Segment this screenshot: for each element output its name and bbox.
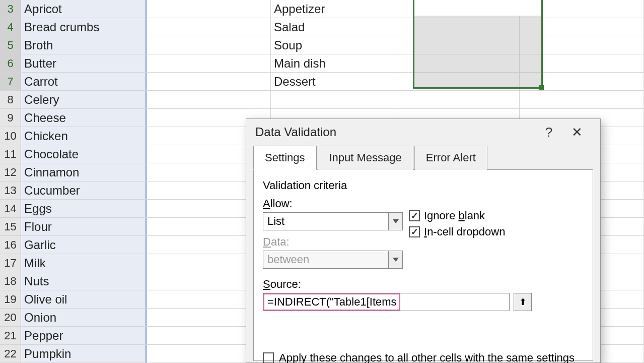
cell[interactable] [147,54,271,72]
row-header[interactable]: 10 [0,127,21,145]
tab-settings[interactable]: Settings [253,146,317,170]
cell[interactable] [395,91,520,108]
row-header[interactable]: 7 [0,73,21,90]
cell[interactable] [395,0,520,18]
cell[interactable] [520,36,644,54]
cell-col-a[interactable]: Milk [21,254,147,272]
tab-error-alert[interactable]: Error Alert [414,146,487,170]
allow-select[interactable]: List [263,212,403,230]
dialog-title: Data Validation [255,125,535,139]
cell-col-c[interactable]: Salad [271,18,395,36]
data-label: Data: [263,235,409,249]
row-header[interactable]: 17 [0,254,21,272]
data-validation-dialog: Data Validation ? ✕ Settings Input Messa… [246,118,601,363]
cell[interactable] [147,73,271,90]
apply-all-checkbox[interactable] [263,352,274,363]
row-header[interactable]: 6 [0,54,21,72]
row-header[interactable]: 18 [0,272,21,290]
table-row[interactable]: 6ButterMain dish [0,54,644,73]
cell[interactable] [147,91,271,108]
cell-col-c[interactable]: Main dish [271,54,395,72]
cell[interactable] [520,18,644,36]
cell[interactable] [395,73,520,90]
ignore-blank-label: Ignore blank [424,209,485,222]
criteria-label: Validation criteria [263,179,584,192]
cell-col-a[interactable]: Chocolate [21,145,147,163]
apply-all-label: Apply these changes to all other cells w… [279,351,575,363]
data-select: between [263,251,403,269]
cell-col-a[interactable]: Chicken [21,127,147,145]
row-header[interactable]: 20 [0,309,21,326]
cell[interactable] [520,0,644,18]
cell[interactable] [147,18,271,36]
cell[interactable] [395,36,520,54]
cell-col-a[interactable]: Broth [21,36,147,54]
row-header[interactable]: 8 [0,91,21,108]
ignore-blank-checkbox[interactable] [409,210,420,221]
cell[interactable] [520,54,644,72]
cell-col-c[interactable] [271,91,395,108]
cell[interactable] [395,18,520,36]
chevron-down-icon [388,251,402,268]
cell-col-a[interactable]: Flour [21,218,147,235]
allow-label: Allow: [263,197,409,210]
cell-col-a[interactable]: Cinnamon [21,163,147,181]
row-header[interactable]: 3 [0,0,21,18]
table-row[interactable]: 5BrothSoup [0,36,644,54]
cell-col-a[interactable]: Celery [21,91,147,108]
cell-col-a[interactable]: Eggs [21,200,147,217]
cell-col-a[interactable]: Butter [21,54,147,72]
row-header[interactable]: 22 [0,345,21,362]
close-button[interactable]: ✕ [563,119,591,145]
cell-col-a[interactable]: Olive oil [21,290,147,308]
chevron-down-icon [388,213,402,230]
settings-panel: Validation criteria Allow: List Data: be… [253,169,593,361]
cell-col-a[interactable]: Nuts [21,272,147,290]
dialog-titlebar[interactable]: Data Validation ? ✕ [246,119,600,145]
row-header[interactable]: 19 [0,290,21,308]
close-icon: ✕ [571,125,583,140]
data-value: between [267,253,309,266]
cell[interactable] [520,91,644,108]
help-button[interactable]: ? [535,119,563,145]
cell-col-c[interactable]: Dessert [271,73,395,90]
cell-col-a[interactable]: Cucumber [21,182,147,199]
row-header[interactable]: 13 [0,182,21,199]
table-row[interactable]: 7CarrotDessert [0,73,644,91]
row-header[interactable]: 16 [0,236,21,254]
cell-col-c[interactable]: Appetizer [271,0,395,18]
row-header[interactable]: 12 [0,163,21,181]
source-label: Source: [263,278,584,291]
row-header[interactable]: 11 [0,145,21,163]
cell-col-a[interactable]: Pepper [21,327,147,344]
cell[interactable] [147,0,271,18]
cell-col-c[interactable]: Soup [271,36,395,54]
incell-dropdown-checkbox[interactable] [409,226,420,237]
cell-col-a[interactable]: Garlic [21,236,147,254]
cell-col-a[interactable]: Apricot [21,0,147,18]
row-header[interactable]: 15 [0,218,21,235]
source-input[interactable] [263,293,400,311]
allow-value: List [267,215,284,228]
cell-col-a[interactable]: Carrot [21,73,147,90]
range-picker-button[interactable]: ⬆ [514,293,532,311]
row-header[interactable]: 5 [0,36,21,54]
tab-input-message[interactable]: Input Message [318,146,413,170]
incell-dropdown-label: In-cell dropdown [424,225,505,238]
cell[interactable] [520,73,644,90]
table-row[interactable]: 4Bread crumbsSalad [0,18,644,36]
cell[interactable] [395,54,520,72]
cell-col-a[interactable]: Cheese [21,109,147,127]
collapse-icon: ⬆ [519,296,527,308]
cell-col-a[interactable]: Pumpkin [21,345,147,362]
row-header[interactable]: 4 [0,18,21,36]
table-row[interactable]: 3ApricotAppetizer [0,0,644,18]
row-header[interactable]: 21 [0,327,21,344]
cell[interactable] [147,36,271,54]
cell-col-a[interactable]: Bread crumbs [21,18,147,36]
dialog-tabs: Settings Input Message Error Alert [246,145,600,169]
row-header[interactable]: 9 [0,109,21,127]
cell-col-a[interactable]: Onion [21,309,147,326]
row-header[interactable]: 14 [0,200,21,217]
table-row[interactable]: 8Celery [0,91,644,109]
